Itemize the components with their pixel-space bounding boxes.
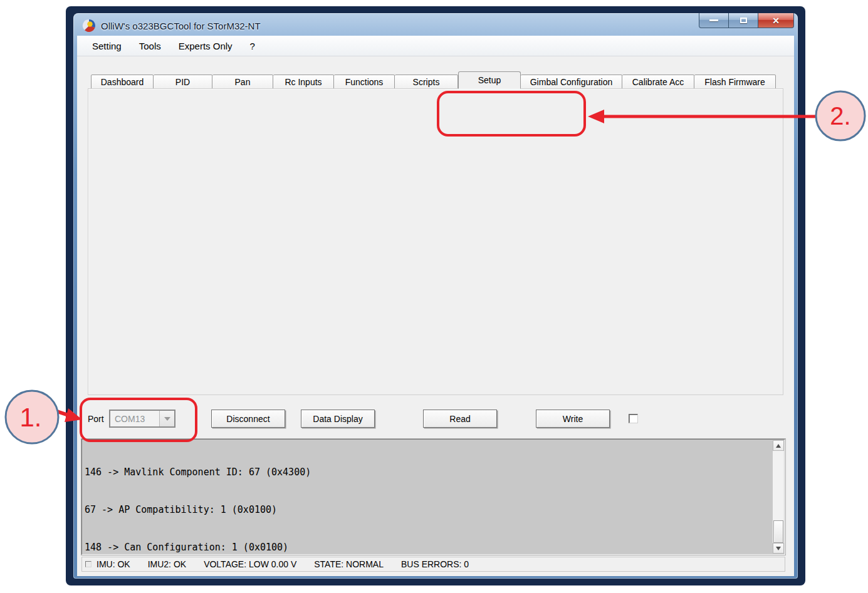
chevron-down-icon[interactable]	[159, 411, 174, 426]
window-title: OlliW's o323BGCTool for STorM32-NT	[101, 21, 261, 31]
status-indicator-checkbox	[85, 561, 92, 567]
status-voltage: VOLTAGE: LOW 0.00 V	[204, 559, 296, 569]
menu-tools[interactable]: Tools	[130, 38, 170, 54]
close-icon: ✕	[772, 16, 780, 26]
tab-rc-inputs[interactable]: Rc Inputs	[273, 75, 334, 89]
minimize-icon	[709, 19, 718, 21]
annotation-circle-1	[6, 391, 58, 443]
menu-experts-only[interactable]: Experts Only	[170, 38, 241, 54]
scroll-up-button[interactable]	[773, 440, 784, 451]
minimize-button[interactable]	[699, 13, 729, 28]
port-combo-value: COM13	[110, 414, 159, 424]
tab-pid[interactable]: PID	[154, 75, 212, 89]
scroll-down-button[interactable]	[773, 543, 784, 554]
tab-pan[interactable]: Pan	[212, 75, 273, 89]
page: OlliW's o323BGCTool for STorM32-NT ✕ Set…	[0, 0, 868, 593]
menu-help[interactable]: ?	[241, 38, 264, 54]
data-display-button[interactable]: Data Display	[301, 410, 375, 428]
log-text: 146 -> Mavlink Component ID: 67 (0x4300)…	[85, 441, 771, 553]
status-imu: IMU: OK	[97, 559, 130, 569]
maximize-button[interactable]	[729, 13, 758, 28]
port-combo[interactable]: COM13	[109, 410, 175, 428]
log-output[interactable]: 146 -> Mavlink Component ID: 67 (0x4300)…	[81, 439, 785, 555]
setup-tab-panel	[88, 88, 783, 395]
disconnect-button[interactable]: Disconnect	[211, 410, 285, 428]
menu-setting[interactable]: Setting	[83, 38, 130, 54]
maximize-icon	[740, 18, 747, 23]
write-button[interactable]: Write	[536, 410, 610, 428]
close-button[interactable]: ✕	[758, 13, 794, 28]
app-logo-icon	[82, 19, 96, 33]
window-controls: ✕	[699, 13, 794, 28]
status-state: STATE: NORMAL	[314, 559, 384, 569]
annotation-marker-1: 1.	[19, 403, 41, 432]
annotation-circle-2	[816, 91, 865, 140]
tab-gimbal-configuration[interactable]: Gimbal Configuration	[521, 75, 622, 89]
tab-flash-firmware[interactable]: Flash Firmware	[694, 75, 776, 89]
status-imu2: IMU2: OK	[148, 559, 186, 569]
tab-dashboard[interactable]: Dashboard	[91, 75, 154, 89]
title-bar[interactable]: OlliW's o323BGCTool for STorM32-NT	[82, 17, 646, 34]
bottom-checkbox[interactable]	[629, 414, 638, 423]
annotation-marker-2: 2.	[830, 102, 850, 130]
tab-calibrate-acc[interactable]: Calibrate Acc	[622, 75, 694, 89]
port-label: Port	[88, 414, 104, 424]
tab-scripts[interactable]: Scripts	[395, 75, 458, 89]
tab-strip: Dashboard PID Pan Rc Inputs Functions Sc…	[91, 71, 776, 89]
tab-setup[interactable]: Setup	[458, 71, 521, 89]
status-bus-errors: BUS ERRORS: 0	[401, 559, 469, 569]
read-button[interactable]: Read	[423, 410, 497, 428]
tab-functions[interactable]: Functions	[334, 75, 395, 89]
scrollbar-thumb[interactable]	[773, 520, 783, 543]
log-scrollbar[interactable]	[773, 440, 784, 554]
menu-bar: Setting Tools Experts Only ?	[77, 36, 794, 56]
status-bar: IMU: OK IMU2: OK VOLTAGE: LOW 0.00 V STA…	[81, 557, 785, 572]
